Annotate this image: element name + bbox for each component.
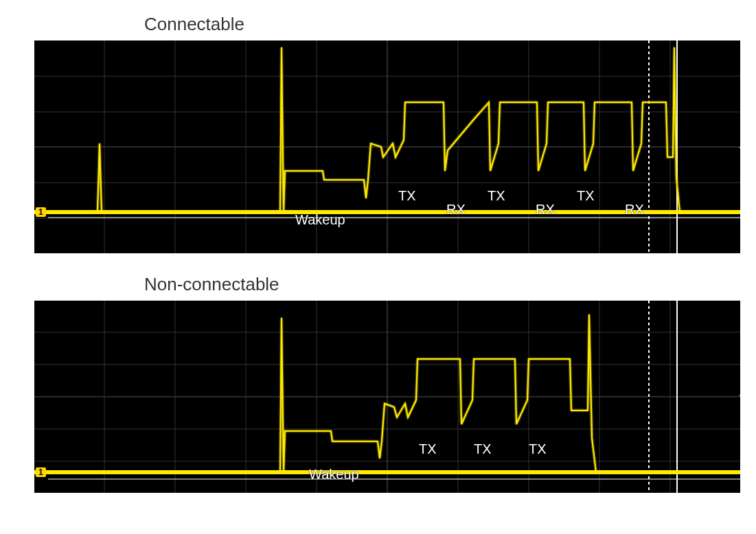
label-tx-2c: TX [529, 441, 547, 457]
scope-frame-2: 1 Wakeup TX TX TX [34, 301, 740, 493]
trigger-marker-icon-2 [739, 390, 740, 401]
label-tx-1a: TX [398, 188, 416, 204]
scope-svg-1 [34, 40, 740, 253]
label-wakeup-2: Wakeup [309, 467, 359, 483]
label-tx-2a: TX [419, 441, 437, 457]
chart-title-nonconnectable: Non-connectable [144, 274, 742, 295]
channel-badge: 1 [36, 207, 46, 217]
label-rx-1b: RX [536, 202, 555, 218]
label-wakeup-1: Wakeup [295, 212, 345, 228]
label-rx-1a: RX [446, 202, 466, 218]
nonconnectable-scope-block: Non-connectable [14, 274, 742, 493]
scope-grid-2 [34, 301, 740, 493]
label-tx-1b: TX [488, 188, 505, 204]
label-tx-1c: TX [577, 188, 595, 204]
connectable-scope-block: Connectable [14, 14, 742, 253]
label-tx-2b: TX [474, 441, 492, 457]
channel-badge-2: 1 [36, 467, 46, 477]
scope-svg-2 [34, 301, 740, 493]
label-rx-1c: RX [625, 202, 644, 218]
scope-frame-1: 1 Wakeup TX RX TX RX TX RX [34, 40, 740, 253]
trigger-marker-icon [739, 142, 740, 153]
scope-grid [34, 40, 740, 253]
chart-title-connectable: Connectable [144, 14, 742, 35]
